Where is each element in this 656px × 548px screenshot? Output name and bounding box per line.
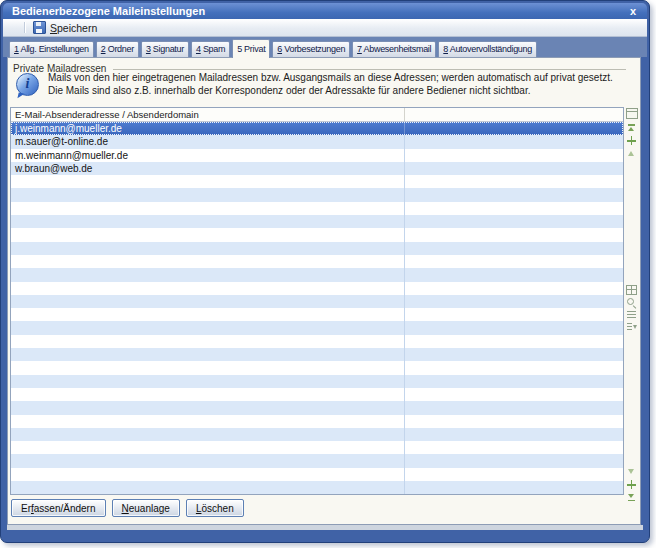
column-divider [404, 135, 405, 148]
column-divider [404, 375, 405, 388]
move-down-icon[interactable] [626, 466, 637, 477]
table-row-empty[interactable] [11, 308, 623, 321]
sort-icon[interactable] [626, 321, 637, 332]
toolbar: Speichern [3, 19, 647, 37]
column-divider [404, 228, 405, 241]
column-divider [404, 388, 405, 401]
add-icon[interactable] [626, 479, 637, 490]
table-row-empty[interactable] [11, 188, 623, 201]
tab-autovervollstaendigung[interactable]: 8 Autovervollständigung [438, 41, 537, 57]
table-row[interactable]: j.weinmann@mueller.de [11, 122, 623, 135]
column-divider [404, 481, 405, 494]
erfassen-aendern-button[interactable]: Erfassen/Ändern [11, 499, 106, 517]
column-divider [404, 188, 405, 201]
table-row-empty[interactable] [11, 295, 623, 308]
column-divider [404, 441, 405, 454]
table-row[interactable]: m.sauer@t-online.de [11, 135, 623, 148]
column-divider [404, 215, 405, 228]
save-button[interactable]: Speichern [30, 20, 100, 35]
panel-bottom-gap [7, 525, 643, 530]
column-divider [404, 415, 405, 428]
email-cell: m.sauer@t-online.de [15, 136, 108, 147]
grid-view-icon[interactable] [626, 285, 637, 295]
table-row-empty[interactable] [11, 321, 623, 334]
nav-group-bottom [626, 465, 637, 504]
info-text: Mails von den hier eingetragenen Mailadr… [48, 71, 626, 97]
column-divider [404, 361, 405, 374]
table-row-empty[interactable] [11, 268, 623, 281]
table-row-empty[interactable] [11, 282, 623, 295]
tab-spam[interactable]: 4 Spam [191, 41, 230, 57]
table-row-empty[interactable] [11, 335, 623, 348]
table-row-empty[interactable] [11, 202, 623, 215]
tab-abwesenheitsmail[interactable]: 7 Abwesenheitsmail [352, 41, 436, 57]
column-divider [404, 321, 405, 334]
column-divider [404, 108, 405, 121]
column-divider [404, 282, 405, 295]
settings-window: Bedienerbezogene Maileinstellungen x Spe… [0, 0, 650, 543]
table-row-empty[interactable] [11, 175, 623, 188]
email-cell: w.braun@web.de [15, 163, 92, 174]
titlebar[interactable]: Bedienerbezogene Maileinstellungen x [3, 3, 647, 19]
column-divider [404, 428, 405, 441]
tab-signatur[interactable]: 3 Signatur [141, 41, 189, 57]
email-cell: m.weinmann@mueller.de [15, 150, 128, 161]
table-row-empty[interactable] [11, 375, 623, 388]
tab-page-privat: Private Mailadressen i Mails von den hie… [7, 57, 641, 525]
table-row-empty[interactable] [11, 242, 623, 255]
column-divider [404, 268, 405, 281]
table-header-cell[interactable]: E-Mail-Absenderadresse / Absenderdomain [11, 108, 623, 122]
move-up-icon[interactable] [626, 148, 637, 159]
list-view-icon[interactable] [627, 311, 636, 318]
loeschen-button[interactable]: Löschen [186, 499, 244, 517]
table-row[interactable]: m.weinmann@mueller.de [11, 149, 623, 162]
table-row-empty[interactable] [11, 415, 623, 428]
button-row: Erfassen/ÄndernNeuanlageLöschen [11, 499, 244, 517]
close-icon[interactable]: x [628, 4, 638, 18]
column-divider [404, 468, 405, 481]
window-title: Bedienerbezogene Maileinstellungen [12, 5, 205, 17]
tab-privat[interactable]: 5 Privat [232, 39, 270, 58]
table-row-empty[interactable] [11, 361, 623, 374]
neuanlage-button[interactable]: Neuanlage [112, 499, 180, 517]
search-icon[interactable] [626, 297, 637, 308]
column-divider [404, 308, 405, 321]
add-icon[interactable] [626, 135, 637, 146]
tab-vorbesetzungen[interactable]: 6 Vorbesetzungen [272, 41, 350, 57]
email-grid-wrap: E-Mail-Absenderadresse / Absenderdomain … [10, 107, 639, 495]
scroll-to-top-icon[interactable] [626, 122, 637, 133]
save-label: Speichern [50, 22, 97, 34]
table-row-empty[interactable] [11, 215, 623, 228]
email-cell: j.weinmann@mueller.de [15, 123, 122, 134]
table-row-empty[interactable] [11, 228, 623, 241]
table-row-empty[interactable] [11, 388, 623, 401]
group-divider [113, 69, 626, 70]
table-row-empty[interactable] [11, 481, 623, 494]
column-divider [404, 295, 405, 308]
column-divider [404, 454, 405, 467]
table-row[interactable]: w.braun@web.de [11, 162, 623, 175]
save-floppy-icon [33, 21, 46, 34]
table-row-empty[interactable] [11, 441, 623, 454]
tab-allg-einstellungen[interactable]: 1 Allg. Einstellungen [9, 41, 94, 57]
column-options-icon[interactable] [626, 108, 638, 119]
table-row-empty[interactable] [11, 401, 623, 414]
table-row-empty[interactable] [11, 255, 623, 268]
nav-group-top [626, 121, 637, 160]
table-row-empty[interactable] [11, 454, 623, 467]
table-row-empty[interactable] [11, 428, 623, 441]
tab-band: 1 Allg. Einstellungen2 Ordner3 Signatur4… [3, 37, 647, 57]
table-body: j.weinmann@mueller.dem.sauer@t-online.de… [11, 122, 623, 494]
scroll-to-bottom-icon[interactable] [626, 492, 637, 503]
column-divider [404, 175, 405, 188]
grid-nav-strip [624, 107, 639, 494]
tabstrip: 1 Allg. Einstellungen2 Ordner3 Signatur4… [9, 39, 539, 57]
column-divider [404, 348, 405, 361]
email-table: E-Mail-Absenderadresse / Absenderdomain … [10, 107, 624, 495]
table-row-empty[interactable] [11, 348, 623, 361]
tab-ordner[interactable]: 2 Ordner [96, 41, 139, 57]
column-divider [404, 242, 405, 255]
column-divider [404, 202, 405, 215]
column-divider [404, 335, 405, 348]
table-row-empty[interactable] [11, 468, 623, 481]
